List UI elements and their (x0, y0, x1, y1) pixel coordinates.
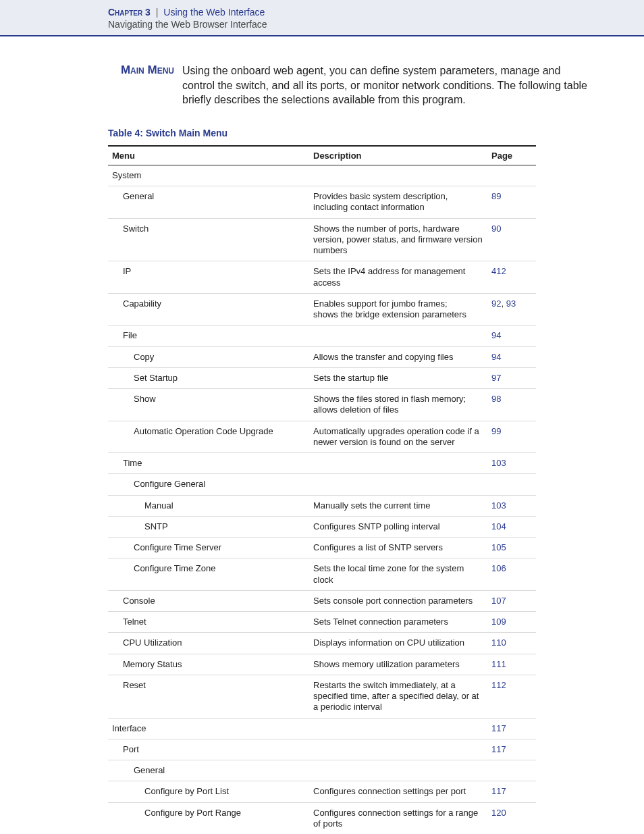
chapter-label: Chapter 3 (108, 7, 151, 18)
description-cell (309, 165, 487, 186)
page-link[interactable]: 412 (491, 266, 506, 276)
menu-label: Configure by Port Range (112, 808, 241, 818)
page-link[interactable]: 105 (491, 542, 506, 552)
page-link[interactable]: 93 (506, 298, 516, 309)
page-cell: 120 (487, 802, 536, 834)
page-link[interactable]: 110 (491, 637, 506, 648)
table-row: ManualManually sets the current time103 (108, 495, 536, 516)
menu-label: Configure Time Server (112, 542, 221, 553)
description-cell: Enables support for jumbo frames;shows t… (309, 293, 487, 325)
menu-label: Console (112, 596, 155, 606)
menu-label: Memory Status (112, 659, 182, 670)
page-link[interactable]: 90 (491, 224, 501, 234)
table-row: Configure by Port RangeConfigures connec… (108, 802, 536, 834)
page-cell: 105 (487, 538, 536, 558)
menu-cell: Configure General (108, 474, 309, 495)
page-link[interactable]: 112 (491, 680, 506, 690)
page-link[interactable]: 99 (491, 426, 501, 436)
description-cell: Restarts the switch immediately, at a sp… (309, 675, 487, 718)
menu-label: Capability (112, 298, 161, 309)
page-cell (487, 760, 536, 781)
description-cell (309, 760, 487, 781)
main-menu-table: Menu Description Page SystemGeneralProvi… (108, 145, 536, 834)
page-link[interactable]: 109 (491, 617, 506, 627)
menu-cell: Console (108, 590, 309, 611)
page-cell: 104 (487, 516, 536, 537)
page-link[interactable]: 94 (491, 330, 501, 340)
section-intro-text: Using the onboard web agent, you can def… (182, 63, 590, 107)
table-row: IPSets the IPv4 address for management a… (108, 261, 536, 294)
table-row: Time103 (108, 453, 536, 474)
page-link[interactable]: 92 (491, 298, 501, 309)
menu-label: Port (112, 744, 139, 755)
table-row: TelnetSets Telnet connection parameters1… (108, 612, 536, 633)
description-cell: Shows memory utilization parameters (309, 654, 487, 675)
menu-cell: Telnet (108, 612, 309, 633)
page-link[interactable]: 117 (491, 786, 506, 796)
page-link[interactable]: 117 (491, 744, 506, 754)
page-link[interactable]: 103 (491, 500, 506, 511)
header-separator: | (156, 7, 159, 18)
page-link[interactable]: 107 (491, 596, 506, 606)
page-link[interactable]: 111 (491, 659, 506, 669)
page-link[interactable]: 104 (491, 521, 506, 531)
menu-cell: Configure by Port Range (108, 802, 309, 834)
table-caption: Table 4: Switch Main Menu (108, 128, 536, 138)
table-row: Configure General (108, 474, 536, 495)
page-cell: 106 (487, 558, 536, 591)
page-cell: 112 (487, 675, 536, 718)
menu-label: Automatic Operation Code Upgrade (112, 426, 273, 437)
description-cell: Automatically upgrades operation code if… (309, 421, 487, 453)
menu-cell: Capability (108, 293, 309, 325)
menu-label: Show (112, 394, 156, 405)
description-cell: Configures a list of SNTP servers (309, 538, 487, 558)
menu-cell: Port (108, 739, 309, 760)
table-row: Interface117 (108, 718, 536, 739)
page-cell: 99 (487, 421, 536, 453)
table-header-description: Description (309, 146, 487, 165)
table-row: ConsoleSets console port connection para… (108, 590, 536, 611)
page-link[interactable]: 120 (491, 808, 506, 818)
menu-label: Configure by Port List (112, 786, 229, 797)
menu-cell: Set Startup (108, 367, 309, 388)
description-cell: Provides basic system description, inclu… (309, 186, 487, 219)
menu-cell: General (108, 186, 309, 219)
description-cell: Configures connection settings for a ran… (309, 802, 487, 834)
menu-cell: System (108, 165, 309, 186)
description-cell: Manually sets the current time (309, 495, 487, 516)
menu-cell: Memory Status (108, 654, 309, 675)
description-cell (309, 453, 487, 474)
menu-label: System (112, 170, 141, 181)
menu-label: Switch (112, 224, 149, 234)
menu-cell: Copy (108, 346, 309, 367)
description-cell: Configures SNTP polling interval (309, 516, 487, 537)
description-cell (309, 739, 487, 760)
page-link[interactable]: 89 (491, 191, 501, 201)
description-cell: Sets the local time zone for the system … (309, 558, 487, 591)
page-cell (487, 165, 536, 186)
table-row: Set StartupSets the startup file97 (108, 367, 536, 388)
table-row: CopyAllows the transfer and copying file… (108, 346, 536, 367)
description-cell: Sets the IPv4 address for management acc… (309, 261, 487, 294)
chapter-line: Chapter 3 | Using the Web Interface (108, 7, 590, 18)
menu-cell: SNTP (108, 516, 309, 537)
menu-label: Telnet (112, 617, 146, 627)
table-row: Configure Time ServerConfigures a list o… (108, 538, 536, 558)
page-link[interactable]: 106 (491, 563, 506, 573)
description-cell: Allows the transfer and copying files (309, 346, 487, 367)
table-row: Configure Time ZoneSets the local time z… (108, 558, 536, 591)
description-cell: Shows the number of ports, hardware vers… (309, 218, 487, 261)
page-link[interactable]: 103 (491, 458, 506, 468)
table-row: Memory StatusShows memory utilization pa… (108, 654, 536, 675)
menu-label: General (112, 191, 154, 202)
table-row: ShowShows the files stored in flash memo… (108, 389, 536, 421)
page-link[interactable]: 98 (491, 394, 501, 404)
page-cell: 111 (487, 654, 536, 675)
menu-label: Manual (112, 500, 173, 511)
menu-cell: Configure Time Server (108, 538, 309, 558)
page-cell: 92, 93 (487, 293, 536, 325)
page-link[interactable]: 94 (491, 352, 501, 362)
page-link[interactable]: 117 (491, 723, 506, 733)
menu-label: Time (112, 458, 142, 469)
page-link[interactable]: 97 (491, 373, 501, 383)
